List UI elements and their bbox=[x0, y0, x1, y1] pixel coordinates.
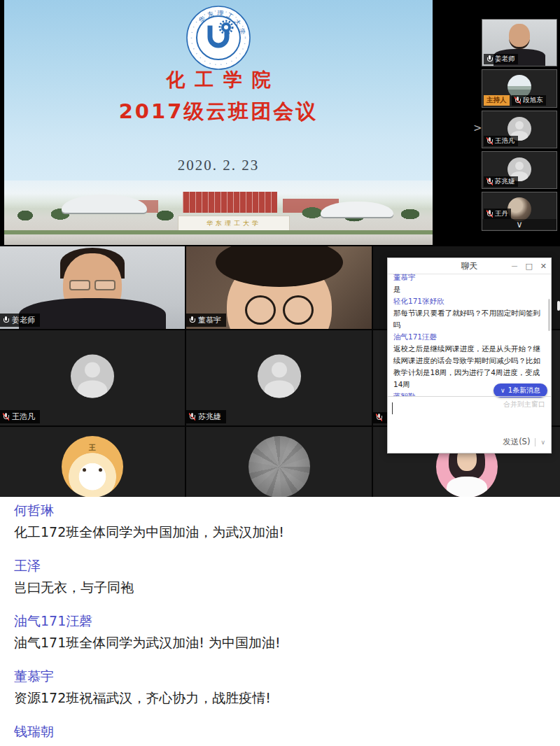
participants-panel: 姜老师 主持人 段旭东 王浩凡 苏兆婕 王丹 ∨ bbox=[482, 0, 559, 246]
scrollbar-thumb[interactable] bbox=[557, 301, 560, 311]
participant-thumb[interactable]: 主持人 段旭东 bbox=[482, 69, 557, 108]
mic-muted-icon bbox=[514, 97, 521, 105]
chat-scrollbar[interactable] bbox=[548, 299, 550, 331]
close-button[interactable]: ✕ bbox=[540, 262, 547, 270]
tile-name-label: 董慕宇 bbox=[186, 314, 226, 327]
more-participants-chevron[interactable]: ∨ bbox=[482, 219, 556, 230]
chat-messages-area[interactable]: 董慕宇 是 轻化171张妤欣 那每节课只要看了就好吗？不用固定时间签到吗 油气1… bbox=[388, 274, 551, 396]
participant-thumb[interactable]: 苏兆婕 bbox=[482, 151, 557, 189]
new-message-button[interactable]: ∨ 1条新消息 bbox=[493, 383, 547, 397]
sketch-avatar bbox=[248, 436, 310, 497]
presentation-slide: 华东理工大学 化工学院 2017级云班团会议 2020. 2. 23 华东理工大… bbox=[4, 0, 433, 245]
participant-name-label: 姜老师 bbox=[484, 54, 518, 64]
video-tile-dong[interactable]: 董慕宇 bbox=[186, 246, 372, 329]
chat-window: 聊天 — □ ✕ 董慕宇 是 轻化171张妤欣 那每节课只要看了就好吗？不用固定… bbox=[387, 258, 552, 453]
chat-input[interactable]: 合并到主窗口 发送(S) ∨ bbox=[388, 396, 551, 453]
tile-name-label: 苏兆婕 bbox=[186, 410, 226, 423]
video-tile[interactable]: 王 bbox=[0, 427, 185, 497]
video-tile-suzhaojie[interactable]: 苏兆婕 bbox=[186, 330, 372, 425]
chat-sender: 钱瑞朝 bbox=[14, 722, 549, 740]
participant-thumb[interactable]: 王浩凡 bbox=[482, 111, 557, 148]
chat-sender: 油气171汪磬 bbox=[393, 331, 545, 343]
chat-sender: 何哲琳 bbox=[14, 501, 549, 519]
chat-message: 岂曰无衣，与子同袍 bbox=[14, 578, 549, 597]
mic-muted-icon bbox=[486, 210, 493, 218]
meeting-app: { "slide": { "title_line1": "化工学院", "tit… bbox=[0, 0, 560, 746]
glasses bbox=[241, 295, 318, 321]
send-options-chevron[interactable]: ∨ bbox=[540, 439, 545, 446]
participant-name-label: 段旭东 bbox=[512, 95, 546, 106]
placeholder-avatar bbox=[258, 355, 301, 398]
campus-gate-canopy bbox=[62, 195, 147, 213]
chat-sender: 油气171汪磬 bbox=[14, 612, 549, 630]
slide-date: 2020. 2. 23 bbox=[4, 157, 433, 174]
participant-thumb[interactable]: 姜老师 bbox=[482, 19, 557, 66]
chat-message: 那每节课只要看了就好吗？不用固定时间签到吗 bbox=[393, 307, 545, 331]
host-badge: 主持人 bbox=[484, 95, 510, 106]
chat-sender: 董慕宇 bbox=[393, 274, 545, 283]
placeholder-avatar bbox=[71, 355, 114, 398]
slide-title-line2: 2017级云班团会议 bbox=[4, 98, 433, 126]
campus-gate-text: 华东理工大学 bbox=[206, 219, 261, 228]
divider bbox=[535, 438, 536, 446]
campus-plaza bbox=[4, 234, 433, 245]
chat-sender: 轻化171张妤欣 bbox=[393, 295, 545, 307]
meeting-chat-log: 何哲琳 化工172班全体同学为中国加油，为武汉加油! 王泽 岂曰无衣，与子同袍 … bbox=[0, 497, 560, 746]
face bbox=[509, 24, 530, 49]
collapse-panel-arrow[interactable]: > bbox=[473, 122, 482, 134]
mic-muted-icon bbox=[189, 413, 195, 421]
glasses bbox=[69, 280, 115, 290]
tile-name-label: 姜老师 bbox=[0, 314, 40, 327]
chat-message: 是 bbox=[393, 283, 545, 295]
chat-sender: 董慕宇 bbox=[14, 667, 549, 685]
mic-muted-icon bbox=[486, 137, 493, 146]
participant-thumb[interactable]: 王丹 ∨ bbox=[482, 192, 557, 231]
tiger-avatar: 王 bbox=[62, 436, 123, 497]
mic-muted-icon bbox=[3, 413, 9, 421]
video-tile-wanghaofan[interactable]: 王浩凡 bbox=[0, 330, 185, 425]
mic-icon bbox=[3, 316, 9, 325]
minimize-button[interactable]: — bbox=[511, 263, 517, 269]
mic-muted-icon bbox=[486, 178, 493, 186]
tile-name-label: 王浩凡 bbox=[0, 410, 40, 423]
participant-name-label: 王浩凡 bbox=[484, 136, 518, 146]
video-tile-jiang[interactable]: 姜老师 bbox=[0, 246, 185, 329]
university-logo-icon: 华东理工大学 bbox=[186, 6, 251, 73]
avatar bbox=[507, 197, 531, 221]
mic-icon bbox=[189, 316, 195, 325]
chat-message: 油气171班全体同学为武汉加油! 为中国加油! bbox=[14, 633, 549, 652]
chat-message: 资源172班祝福武汉，齐心协力，战胜疫情! bbox=[14, 689, 549, 708]
mic-icon bbox=[486, 55, 493, 64]
send-button[interactable]: 发送(S) bbox=[503, 437, 530, 447]
tile-name-label bbox=[373, 412, 387, 423]
mic-muted-icon bbox=[376, 414, 382, 422]
participant-name-label: 苏兆婕 bbox=[484, 176, 518, 187]
campus-gate-wall: 华东理工大学 bbox=[178, 216, 290, 232]
maximize-button[interactable]: □ bbox=[525, 262, 532, 270]
merge-to-main-link[interactable]: 合并到主窗口 bbox=[503, 400, 545, 409]
participant-name-label: 王丹 bbox=[484, 209, 511, 219]
chat-sender: 王泽 bbox=[14, 556, 549, 575]
chat-window-title: 聊天 bbox=[461, 260, 478, 272]
campus-photo: 华东理工大学 bbox=[4, 181, 433, 245]
chevron-down-icon: ∨ bbox=[500, 388, 505, 394]
video-tile[interactable] bbox=[186, 427, 372, 497]
slide-title-line1: 化工学院 bbox=[4, 67, 433, 92]
text-cursor bbox=[392, 402, 393, 414]
chat-message: 化工172班全体同学为中国加油，为武汉加油! bbox=[14, 523, 549, 542]
